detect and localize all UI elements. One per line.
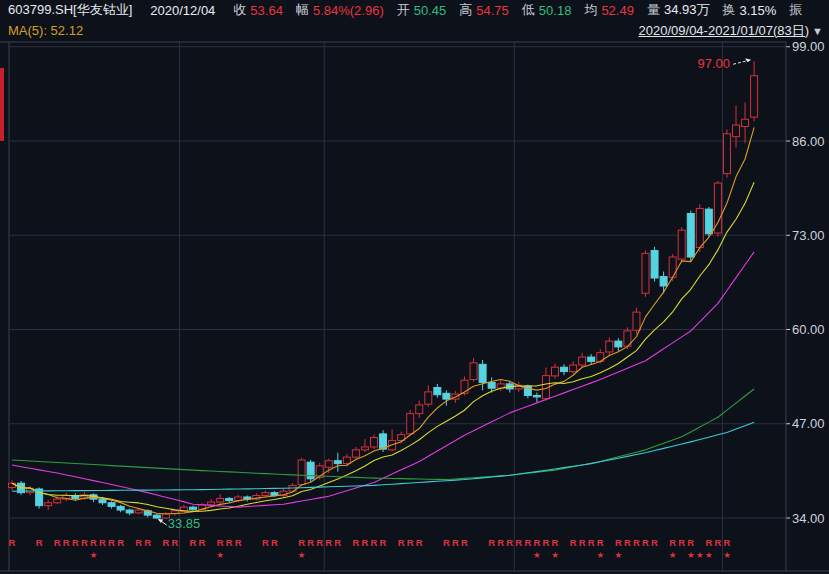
- candle[interactable]: [660, 272, 667, 294]
- candle[interactable]: [180, 505, 187, 513]
- star-marker[interactable]: ★: [90, 550, 98, 560]
- r-marker[interactable]: R: [99, 537, 106, 548]
- r-marker[interactable]: R: [162, 537, 169, 548]
- candle[interactable]: [334, 453, 341, 472]
- star-marker[interactable]: ★: [687, 550, 695, 560]
- r-marker[interactable]: R: [271, 537, 278, 548]
- r-marker[interactable]: R: [117, 537, 124, 548]
- r-marker[interactable]: R: [515, 537, 522, 548]
- r-marker[interactable]: R: [235, 537, 242, 548]
- candle[interactable]: [642, 250, 649, 296]
- candle[interactable]: [570, 361, 577, 373]
- r-marker[interactable]: R: [135, 537, 142, 548]
- r-marker[interactable]: R: [362, 537, 369, 548]
- candle[interactable]: [561, 364, 568, 375]
- r-marker[interactable]: R: [325, 537, 332, 548]
- candle[interactable]: [352, 447, 359, 459]
- r-marker[interactable]: R: [488, 537, 495, 548]
- candle[interactable]: [651, 247, 658, 282]
- r-marker[interactable]: R: [543, 537, 550, 548]
- r-marker[interactable]: R: [597, 537, 604, 548]
- r-marker[interactable]: R: [506, 537, 513, 548]
- candle[interactable]: [407, 410, 414, 435]
- candle[interactable]: [298, 458, 305, 486]
- r-marker[interactable]: R: [190, 537, 197, 548]
- r-marker[interactable]: R: [497, 537, 504, 548]
- r-marker[interactable]: R: [452, 537, 459, 548]
- candlestick-chart[interactable]: 99.0086.0073.0060.0047.0034.0097.0033.85…: [0, 0, 829, 574]
- candle[interactable]: [126, 509, 133, 516]
- r-marker[interactable]: R: [524, 537, 531, 548]
- candle[interactable]: [751, 61, 758, 121]
- candle[interactable]: [153, 514, 160, 519]
- candle[interactable]: [416, 401, 423, 418]
- candle[interactable]: [606, 337, 613, 354]
- candle[interactable]: [307, 460, 314, 482]
- star-marker[interactable]: ★: [596, 550, 604, 560]
- r-marker[interactable]: R: [678, 537, 685, 548]
- candle[interactable]: [371, 435, 378, 450]
- r-marker[interactable]: R: [171, 537, 178, 548]
- r-marker[interactable]: R: [669, 537, 676, 548]
- candle[interactable]: [253, 493, 260, 500]
- r-marker[interactable]: R: [72, 537, 79, 548]
- candle[interactable]: [615, 338, 622, 351]
- candle[interactable]: [479, 360, 486, 390]
- r-marker[interactable]: R: [642, 537, 649, 548]
- r-marker[interactable]: R: [307, 537, 314, 548]
- r-marker[interactable]: R: [588, 537, 595, 548]
- r-marker[interactable]: R: [724, 537, 731, 548]
- r-marker[interactable]: R: [651, 537, 658, 548]
- candle[interactable]: [533, 393, 540, 402]
- candle[interactable]: [108, 501, 115, 508]
- r-marker[interactable]: R: [416, 537, 423, 548]
- r-marker[interactable]: R: [633, 537, 640, 548]
- r-marker[interactable]: R: [579, 537, 586, 548]
- candle[interactable]: [687, 211, 694, 262]
- candle[interactable]: [63, 493, 70, 502]
- r-marker[interactable]: R: [81, 537, 88, 548]
- star-marker[interactable]: ★: [696, 550, 704, 560]
- candle[interactable]: [45, 500, 52, 510]
- candle[interactable]: [633, 308, 640, 334]
- candle[interactable]: [316, 463, 323, 480]
- star-marker[interactable]: ★: [551, 550, 559, 560]
- star-marker[interactable]: ★: [705, 550, 713, 560]
- candle[interactable]: [714, 181, 721, 237]
- candle[interactable]: [117, 505, 124, 512]
- r-marker[interactable]: R: [687, 537, 694, 548]
- star-marker[interactable]: ★: [669, 550, 677, 560]
- r-marker[interactable]: R: [407, 537, 414, 548]
- star-marker[interactable]: ★: [615, 550, 623, 560]
- candle[interactable]: [389, 430, 396, 452]
- candle[interactable]: [461, 377, 468, 396]
- r-marker[interactable]: R: [226, 537, 233, 548]
- star-marker[interactable]: ★: [723, 550, 731, 560]
- r-marker[interactable]: R: [54, 537, 61, 548]
- r-marker[interactable]: R: [316, 537, 323, 548]
- r-marker[interactable]: R: [199, 537, 206, 548]
- candle[interactable]: [9, 480, 16, 490]
- r-marker[interactable]: R: [334, 537, 341, 548]
- candle[interactable]: [434, 384, 441, 398]
- r-marker[interactable]: R: [461, 537, 468, 548]
- candle[interactable]: [325, 459, 332, 474]
- candle[interactable]: [217, 494, 224, 503]
- candle[interactable]: [524, 385, 531, 399]
- star-marker[interactable]: ★: [533, 550, 541, 560]
- r-marker[interactable]: R: [217, 537, 224, 548]
- r-marker[interactable]: R: [371, 537, 378, 548]
- r-marker[interactable]: R: [533, 537, 540, 548]
- candle[interactable]: [678, 227, 685, 263]
- r-marker[interactable]: R: [9, 537, 16, 548]
- r-marker[interactable]: R: [398, 537, 405, 548]
- r-marker[interactable]: R: [63, 537, 70, 548]
- r-marker[interactable]: R: [443, 537, 450, 548]
- r-marker[interactable]: R: [552, 537, 559, 548]
- candle[interactable]: [723, 129, 730, 178]
- r-marker[interactable]: R: [262, 537, 269, 548]
- r-marker[interactable]: R: [90, 537, 97, 548]
- r-marker[interactable]: R: [36, 537, 43, 548]
- r-marker[interactable]: R: [570, 537, 577, 548]
- r-marker[interactable]: R: [615, 537, 622, 548]
